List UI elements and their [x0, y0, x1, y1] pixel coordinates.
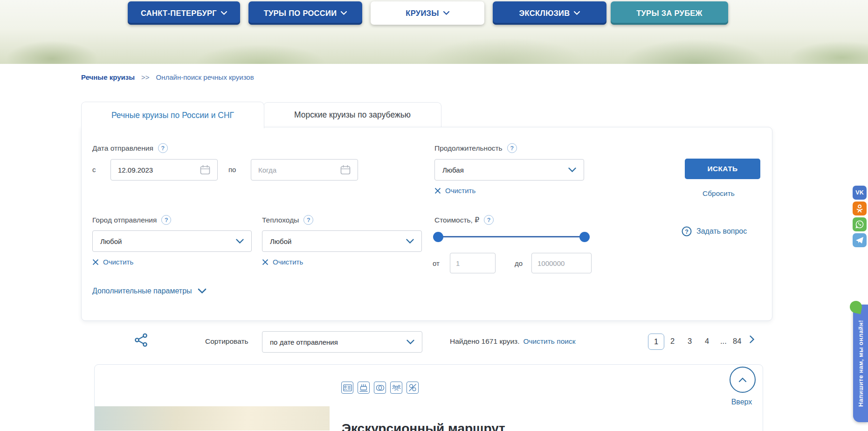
page-button[interactable]: 3: [688, 337, 692, 346]
duration-clear-button[interactable]: Очистить: [434, 187, 475, 195]
back-to-top-label: Вверх: [727, 398, 756, 406]
found-count-text: Найдено 1671 круиз.: [450, 337, 519, 346]
whatsapp-icon[interactable]: [853, 217, 867, 231]
help-icon[interactable]: ?: [158, 143, 168, 153]
page-button[interactable]: 2: [670, 337, 675, 346]
price-slider-handle-min[interactable]: [433, 232, 443, 242]
ships-label: Теплоходы ?: [262, 215, 313, 225]
page-button-last[interactable]: 84: [733, 337, 741, 346]
chevron-up-icon: [738, 377, 747, 382]
price-slider-track: [438, 236, 585, 237]
close-icon: [434, 188, 441, 194]
chevron-down-icon: [341, 11, 347, 15]
chat-widget-tab[interactable]: Напишите нам, мы онлайн!: [853, 305, 868, 422]
date-from-prefix: с: [92, 166, 96, 174]
next-page-chevron-icon[interactable]: [750, 335, 754, 345]
chat-leaf-icon: [849, 300, 863, 314]
nav-item-saint-petersburg[interactable]: САНКТ-ПЕТЕРБУРГ: [128, 1, 240, 25]
chat-label: Напишите нам, мы онлайн!: [857, 320, 864, 407]
odnoklassniki-icon[interactable]: [853, 202, 867, 216]
svg-text:?: ?: [685, 229, 689, 235]
share-icon[interactable]: [134, 333, 149, 349]
page: САНКТ-ПЕТЕРБУРГ ТУРЫ ПО РОССИИ КРУИЗЫ ЭК…: [0, 0, 868, 431]
help-icon[interactable]: ?: [161, 215, 171, 225]
birthday-cake-icon: [358, 382, 370, 394]
nav-item-tours-russia[interactable]: ТУРЫ ПО РОССИИ: [248, 1, 362, 25]
duration-label: Продолжительность ?: [434, 143, 517, 153]
vk-icon[interactable]: VK: [853, 186, 867, 200]
search-button[interactable]: ИСКАТЬ: [685, 159, 760, 179]
departure-city-label: Город отправления ?: [92, 215, 171, 225]
price-to-label: до: [515, 259, 523, 267]
no-children-icon: [406, 382, 419, 394]
duration-value: Любая: [442, 166, 464, 174]
cruise-title-clipped[interactable]: Экскурсионный маршрут: [342, 421, 505, 431]
nav-label: САНКТ-ПЕТЕРБУРГ: [141, 9, 217, 18]
nav-label: ЭКСКЛЮЗИВ: [519, 9, 570, 18]
departure-city-value: Любой: [100, 237, 122, 245]
wedding-rings-icon: [374, 382, 386, 394]
departure-city-clear-button[interactable]: Очистить: [92, 258, 133, 266]
back-to-top-button[interactable]: [730, 367, 756, 393]
nav-item-exclusive[interactable]: ЭКСКЛЮЗИВ: [493, 1, 606, 25]
chevron-down-icon: [406, 239, 414, 244]
breadcrumb: Речные круизы >> Онлайн-поиск речных кру…: [81, 73, 254, 81]
duration-select[interactable]: Любая: [434, 159, 584, 181]
price-slider-handle-max[interactable]: [579, 232, 590, 242]
id-card-icon: [341, 382, 353, 394]
pagination-ellipsis: ...: [720, 337, 727, 346]
departure-city-select[interactable]: Любой: [92, 230, 252, 252]
nav-item-cruises-active[interactable]: КРУИЗЫ: [371, 1, 484, 25]
breadcrumb-separator: >>: [141, 73, 150, 81]
chevron-down-icon: [236, 239, 244, 244]
nav-item-tours-abroad[interactable]: ТУРЫ ЗА РУБЕЖ: [611, 1, 728, 25]
date-to-prefix: по: [228, 166, 236, 174]
price-to-input[interactable]: [531, 253, 592, 273]
sort-label: Сортировать: [205, 337, 248, 346]
group-icon: [390, 382, 402, 394]
help-icon[interactable]: ?: [507, 143, 517, 153]
ships-select[interactable]: Любой: [262, 230, 422, 252]
price-from-input[interactable]: [450, 253, 496, 273]
cruise-photo[interactable]: [95, 406, 330, 431]
chevron-down-icon: [443, 11, 449, 15]
tab-label: Речные круизы по России и СНГ: [111, 111, 234, 120]
results-summary: Найдено 1671 круиз. Очистить поиск: [450, 337, 575, 346]
departure-date-label: Дата отправления ?: [92, 143, 168, 153]
tab-sea-cruises[interactable]: Морские круизы по зарубежью: [263, 102, 441, 127]
clear-search-link[interactable]: Очистить поиск: [523, 337, 575, 346]
calendar-icon[interactable]: [200, 164, 211, 177]
question-circle-icon: ?: [682, 226, 692, 236]
price-from-label: от: [433, 259, 440, 267]
chevron-down-icon: [406, 340, 414, 345]
telegram-icon[interactable]: [853, 233, 867, 247]
nav-label: ТУРЫ ПО РОССИИ: [264, 9, 337, 18]
additional-params-toggle[interactable]: Дополнительные параметры: [92, 287, 207, 295]
page-button-current[interactable]: 1: [648, 334, 664, 350]
help-icon[interactable]: ?: [303, 215, 313, 225]
close-icon: [262, 259, 269, 265]
chevron-down-icon: [221, 11, 227, 15]
breadcrumb-current: Онлайн-поиск речных круизов: [156, 73, 254, 81]
reset-link[interactable]: Сбросить: [703, 189, 735, 198]
ships-value: Любой: [270, 237, 291, 245]
page-button[interactable]: 4: [705, 337, 709, 346]
help-icon[interactable]: ?: [484, 215, 494, 225]
chevron-down-icon: [198, 288, 207, 294]
close-icon: [92, 259, 99, 265]
tab-label: Морские круизы по зарубежью: [294, 110, 411, 120]
nav-label: КРУИЗЫ: [406, 9, 439, 18]
tab-river-cruises[interactable]: Речные круизы по России и СНГ: [81, 102, 264, 128]
calendar-icon[interactable]: [340, 164, 351, 177]
ships-clear-button[interactable]: Очистить: [262, 258, 303, 266]
ask-question-link[interactable]: ? Задать вопрос: [682, 226, 747, 236]
price-label: Стоимость, ₽ ?: [434, 215, 494, 225]
chevron-down-icon: [574, 11, 580, 15]
chevron-down-icon: [568, 167, 576, 173]
sort-value: по дате отправления: [270, 338, 338, 346]
nav-label: ТУРЫ ЗА РУБЕЖ: [636, 9, 703, 18]
sort-select[interactable]: по дате отправления: [262, 331, 422, 353]
breadcrumb-home-link[interactable]: Речные круизы: [81, 73, 135, 81]
